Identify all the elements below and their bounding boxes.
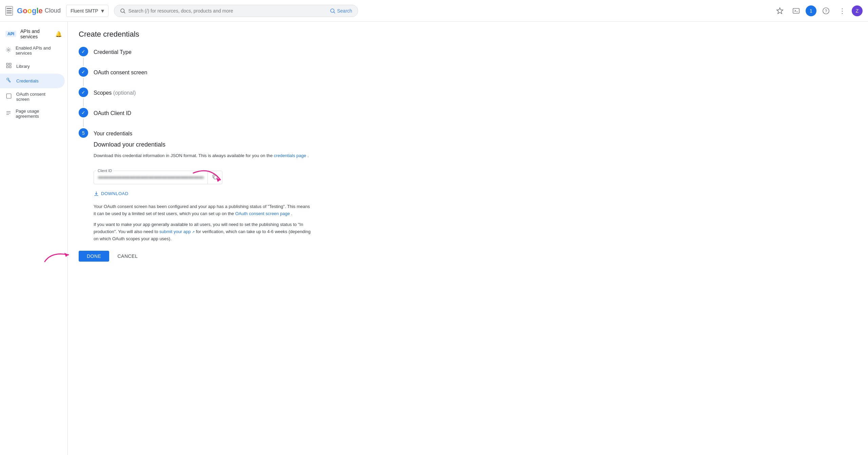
step-4-line <box>83 119 84 127</box>
client-id-input[interactable] <box>94 171 208 183</box>
step-3-title: Scopes (optional) <box>94 88 136 98</box>
step-4-circle <box>79 108 88 117</box>
step-scopes: Scopes (optional) <box>79 88 857 108</box>
client-id-field: Client ID <box>94 165 222 184</box>
step-1-left <box>79 47 88 67</box>
download-description: Download this credential information in … <box>94 152 311 159</box>
cloud-label: Cloud <box>45 7 61 14</box>
submit-app-link[interactable]: submit your app ↗ <box>159 229 196 234</box>
svg-rect-13 <box>9 66 11 68</box>
hamburger-menu-button[interactable]: ☰ <box>5 6 13 16</box>
step-5-title: Your credentials <box>94 129 311 138</box>
sidebar: API APIs and services 🔔 Enabled APIs and… <box>0 22 68 270</box>
search-btn-icon <box>330 8 336 14</box>
svg-rect-15 <box>8 80 11 82</box>
step-5-content: Your credentials Download your credentia… <box>94 128 311 243</box>
project-selector[interactable]: Fluent SMTP ▾ <box>66 5 108 17</box>
bottom-actions: DONE CANCEL <box>79 243 857 262</box>
svg-rect-20 <box>214 176 217 179</box>
sidebar-label-library: Library <box>16 64 30 69</box>
more-options-button[interactable]: ⋮ <box>835 4 849 18</box>
svg-line-3 <box>334 12 335 13</box>
user-avatar[interactable]: Z <box>852 5 863 16</box>
step-5-circle: 5 <box>79 128 88 138</box>
api-badge: API <box>5 31 16 37</box>
step-2-left <box>79 67 88 88</box>
step-credential-type: Credential Type <box>79 47 857 67</box>
svg-rect-11 <box>9 63 11 65</box>
svg-rect-10 <box>6 63 8 65</box>
download-section: Download your credentials Download this … <box>94 138 311 243</box>
download-button[interactable]: DOWNLOAD <box>94 188 129 199</box>
step-2-content: OAuth consent screen <box>94 67 147 88</box>
step-3-circle <box>79 88 88 97</box>
svg-line-1 <box>124 12 125 13</box>
step-2-line <box>83 78 84 86</box>
star-icon <box>776 7 784 15</box>
info-text-1: Your OAuth consent screen has been confi… <box>94 203 311 217</box>
stepper: Credential Type OAuth consent screen <box>79 47 857 243</box>
sidebar-label-oauth-consent: OAuth consent screen <box>16 92 59 102</box>
sidebar-item-credentials[interactable]: Credentials <box>0 74 65 88</box>
star-button[interactable] <box>773 4 787 18</box>
step-4-title: OAuth Client ID <box>94 109 131 118</box>
oauth-consent-icon <box>5 93 12 101</box>
done-button[interactable]: DONE <box>79 251 109 262</box>
main-layout: API APIs and services 🔔 Enabled APIs and… <box>0 22 868 270</box>
step-3-content: Scopes (optional) <box>94 88 136 108</box>
sidebar-item-enabled-apis[interactable]: Enabled APIs and services <box>0 42 65 59</box>
sidebar-label-enabled-apis: Enabled APIs and services <box>16 45 59 56</box>
client-id-input-wrap <box>94 171 222 184</box>
copy-icon <box>212 174 218 180</box>
svg-text:?: ? <box>825 8 827 13</box>
nav-icons: 1 ? ⋮ Z <box>773 4 863 18</box>
credentials-page-link[interactable]: credentials page <box>274 153 306 158</box>
chevron-down-icon: ▾ <box>101 7 104 15</box>
svg-marker-4 <box>777 7 783 13</box>
cancel-button[interactable]: CANCEL <box>113 251 142 262</box>
download-icon <box>94 191 99 196</box>
notification-badge[interactable]: 1 <box>806 5 816 16</box>
step-1-content: Credential Type <box>94 47 132 67</box>
sidebar-label-page-usage: Page usage agreements <box>16 109 59 119</box>
step-4-content: OAuth Client ID <box>94 108 131 128</box>
search-input[interactable] <box>129 8 327 14</box>
step-3-left <box>79 88 88 108</box>
help-icon: ? <box>822 7 830 15</box>
search-bar: Search <box>114 5 358 17</box>
credentials-icon <box>5 77 12 85</box>
step-1-line <box>83 58 84 66</box>
terminal-button[interactable] <box>789 4 803 18</box>
oauth-consent-screen-link[interactable]: OAuth consent screen page <box>235 211 290 216</box>
more-icon: ⋮ <box>839 7 846 15</box>
project-name: Fluent SMTP <box>71 8 98 14</box>
help-button[interactable]: ? <box>819 4 833 18</box>
enabled-apis-icon <box>5 47 12 55</box>
svg-rect-16 <box>6 94 11 98</box>
download-title: Download your credentials <box>94 141 311 148</box>
page-title: Create credentials <box>79 30 857 39</box>
step-2-circle <box>79 67 88 77</box>
step-4-left <box>79 108 88 128</box>
sidebar-item-page-usage[interactable]: Page usage agreements <box>0 105 65 122</box>
search-button[interactable]: Search <box>330 8 352 14</box>
svg-rect-12 <box>6 66 8 68</box>
step-5-left: 5 <box>79 128 88 243</box>
step-3-line <box>83 98 84 107</box>
client-id-label: Client ID <box>96 169 113 173</box>
sidebar-item-oauth-consent[interactable]: OAuth consent screen <box>0 88 65 105</box>
step-oauth-client-id: OAuth Client ID <box>79 108 857 128</box>
step-1-circle <box>79 47 88 56</box>
page-usage-icon <box>5 110 12 118</box>
sidebar-header: API APIs and services 🔔 <box>0 24 67 42</box>
terminal-icon <box>792 7 800 15</box>
search-icon <box>120 8 126 14</box>
sidebar-item-library[interactable]: Library <box>0 59 65 74</box>
notification-icon: 🔔 <box>55 31 62 37</box>
step-oauth-consent: OAuth consent screen <box>79 67 857 88</box>
google-cloud-logo: Google Cloud <box>17 6 61 15</box>
copy-client-id-button[interactable] <box>208 171 222 184</box>
external-link-icon: ↗ <box>192 230 195 234</box>
sidebar-title: APIs and services <box>20 29 51 39</box>
svg-point-9 <box>8 49 9 51</box>
